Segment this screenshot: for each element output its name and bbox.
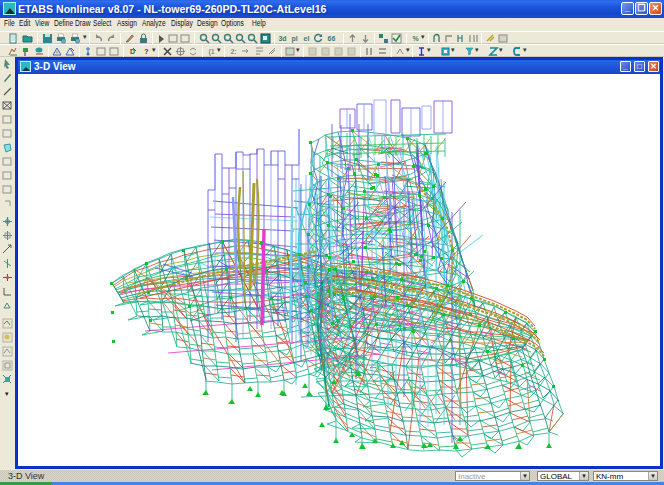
svg-text:?: ? <box>144 48 148 55</box>
svg-text:(1: (1 <box>208 48 214 56</box>
svg-text:el: el <box>304 35 310 42</box>
svg-text:%: % <box>412 35 419 42</box>
svg-text:66: 66 <box>328 35 336 42</box>
svg-text:2:: 2: <box>230 48 236 55</box>
svg-text:3d: 3d <box>278 35 286 42</box>
svg-text:pl: pl <box>291 35 297 43</box>
